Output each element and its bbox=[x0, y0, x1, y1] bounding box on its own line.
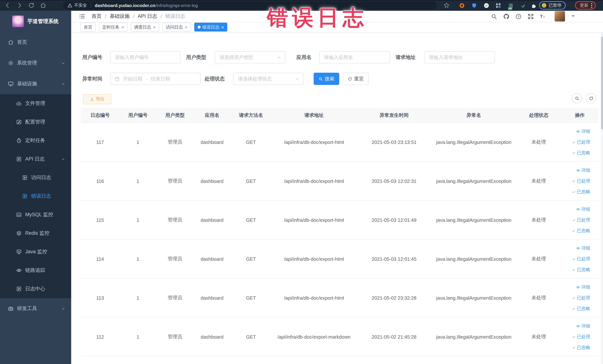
ignored-link[interactable]: 已忽略 bbox=[572, 227, 590, 234]
search-button[interactable]: 搜索 bbox=[314, 73, 339, 85]
url-domain[interactable]: dashboard.yudao.iocoder.cn bbox=[95, 3, 155, 8]
sidebar-item-home[interactable]: 首页 bbox=[0, 32, 71, 53]
close-icon[interactable]: × bbox=[221, 25, 224, 29]
processed-link[interactable]: 已处理 bbox=[572, 295, 590, 301]
tab-access-logs[interactable]: 访问日志× bbox=[162, 23, 191, 32]
export-button[interactable]: 导出 bbox=[83, 94, 111, 104]
sidebar-item-trace[interactable]: 链路追踪 bbox=[0, 261, 71, 280]
tab-home[interactable]: 首页 bbox=[81, 23, 96, 32]
user-id-input[interactable] bbox=[110, 51, 181, 63]
processed-link[interactable]: 已处理 bbox=[572, 139, 590, 145]
browser-profile-chip[interactable]: 已暂停 bbox=[539, 1, 566, 10]
processed-link[interactable]: 已处理 bbox=[572, 334, 590, 340]
cell-status: 未处理 bbox=[516, 333, 561, 340]
ignored-link[interactable]: 已忽略 bbox=[572, 267, 590, 273]
close-icon[interactable]: × bbox=[185, 25, 187, 29]
cell-app-name: dashboard bbox=[194, 256, 231, 262]
tab-scheduled-tasks[interactable]: 定时任务× bbox=[99, 23, 127, 32]
sidebar-item-redis-monitor[interactable]: Redis 监控 bbox=[0, 224, 71, 243]
reload-icon[interactable] bbox=[28, 2, 35, 9]
cell-app-name: dashboard bbox=[194, 217, 231, 223]
sidebar-item-devtools[interactable]: 研发工具 bbox=[0, 298, 71, 319]
search-icon[interactable] bbox=[491, 13, 497, 20]
bookmark-star-icon[interactable] bbox=[443, 2, 450, 9]
tab-error-logs[interactable]: 错误日志× bbox=[194, 23, 227, 32]
processed-link[interactable]: 已处理 bbox=[572, 256, 590, 262]
user-avatar[interactable] bbox=[555, 11, 565, 22]
back-icon[interactable] bbox=[4, 2, 11, 9]
ext-orange-ring-icon[interactable] bbox=[459, 2, 465, 8]
detail-link[interactable]: 详细 bbox=[576, 284, 590, 290]
cell-method: GET bbox=[231, 139, 271, 145]
processed-link[interactable]: 已处理 bbox=[572, 217, 590, 223]
url-path[interactable]: /infra/log/api-error-log bbox=[155, 3, 198, 8]
ext-stripes-icon[interactable]: on bbox=[508, 2, 514, 8]
process-status-select[interactable]: 请选择处理状态 bbox=[233, 73, 304, 85]
sidebar-logo[interactable]: 芋道管理系统 bbox=[0, 11, 71, 32]
sidebar-item-label: 访问日志 bbox=[31, 174, 51, 181]
breadcrumb-item[interactable]: 首页 bbox=[92, 13, 102, 20]
kebab-menu-icon bbox=[591, 3, 592, 8]
check-icon bbox=[572, 218, 576, 222]
sidebar-item-java-monitor[interactable]: Java 监控 bbox=[0, 243, 71, 261]
breadcrumb-item[interactable]: API 日志 bbox=[138, 13, 157, 20]
emoji-avatar-icon bbox=[541, 3, 547, 8]
sidebar-item-mysql-monitor[interactable]: MySQL 监控 bbox=[0, 205, 71, 224]
forward-icon[interactable] bbox=[16, 2, 23, 9]
detail-link[interactable]: 详细 bbox=[576, 167, 590, 173]
ext-shield-icon[interactable] bbox=[471, 2, 477, 8]
reset-button[interactable]: 重置 bbox=[343, 73, 369, 85]
close-icon[interactable]: × bbox=[121, 25, 124, 29]
scrollbar-thumb[interactable] bbox=[601, 37, 603, 129]
sidebar-item-access-logs[interactable]: 访问日志 bbox=[0, 168, 71, 187]
detail-link[interactable]: 详细 bbox=[576, 206, 590, 212]
font-size-icon[interactable]: TT bbox=[539, 13, 546, 20]
scrollbar-track[interactable] bbox=[601, 11, 603, 364]
fullscreen-icon[interactable] bbox=[528, 13, 534, 20]
sidebar-item-scheduled-tasks[interactable]: 定时任务 bbox=[0, 131, 71, 150]
detail-link[interactable]: 详细 bbox=[576, 323, 590, 329]
help-icon[interactable]: ? bbox=[515, 13, 522, 20]
ignored-link[interactable]: 已忽略 bbox=[572, 344, 590, 351]
tab-schedule-logs[interactable]: 调度日志× bbox=[131, 23, 159, 32]
breadcrumb-item[interactable]: 基础设施 bbox=[110, 13, 130, 20]
ext-green-check-icon[interactable] bbox=[483, 2, 489, 8]
detail-link[interactable]: 详细 bbox=[576, 245, 590, 251]
ignored-link[interactable]: 已忽略 bbox=[572, 305, 590, 312]
check-icon bbox=[572, 229, 576, 233]
security-label[interactable]: 不安全 bbox=[74, 3, 87, 8]
app-name-input[interactable] bbox=[319, 51, 390, 63]
ignored-link[interactable]: 已忽略 bbox=[572, 150, 590, 156]
ignored-link[interactable]: 已忽略 bbox=[572, 188, 590, 195]
close-icon[interactable]: × bbox=[153, 25, 156, 29]
sidebar-item-api-logs[interactable]: API 日志 bbox=[0, 150, 71, 168]
ext-puzzle-icon[interactable] bbox=[531, 2, 537, 8]
sidebar-item-infrastructure[interactable]: 基础设施 bbox=[0, 73, 71, 94]
cell-status: 未处理 bbox=[516, 178, 561, 184]
sidebar-item-file-management[interactable]: 文件管理 bbox=[0, 94, 71, 113]
sidebar-item-log-center[interactable]: 日志中心 bbox=[0, 280, 71, 298]
sidebar-item-config-management[interactable]: 配置管理 bbox=[0, 113, 71, 131]
refresh-button[interactable] bbox=[586, 93, 596, 104]
address-bar[interactable]: 不安全 dashboard.yudao.iocoder.cn/infra/log… bbox=[63, 1, 437, 9]
date-range-picker[interactable]: 开始日期 - 结束日期 bbox=[110, 73, 201, 85]
column-header: 请求方法名 bbox=[231, 112, 271, 118]
avatar-caret-icon[interactable] bbox=[572, 15, 575, 17]
github-icon[interactable] bbox=[503, 13, 509, 20]
tab-label: 调度日志 bbox=[134, 24, 151, 30]
home-icon-browser[interactable] bbox=[40, 2, 46, 9]
sidebar-toggle-icon[interactable] bbox=[79, 13, 85, 20]
processed-link[interactable]: 已处理 bbox=[572, 178, 590, 184]
cell-user-type: 管理员 bbox=[156, 217, 194, 223]
ext-grid-icon[interactable] bbox=[495, 2, 501, 8]
user-type-select[interactable]: 请选择用户类型 bbox=[215, 51, 285, 63]
sidebar-item-error-logs[interactable]: 错误日志 bbox=[0, 187, 71, 205]
ext-sprout-icon[interactable] bbox=[520, 2, 526, 8]
sidebar-item-system-management[interactable]: 系统管理 bbox=[0, 53, 71, 73]
request-url-input[interactable] bbox=[424, 51, 495, 63]
detail-link[interactable]: 详细 bbox=[576, 128, 590, 134]
browser-update-menu[interactable]: 更新 bbox=[575, 1, 596, 10]
toggle-search-button[interactable] bbox=[572, 93, 582, 104]
cell-app-name: dashboard bbox=[194, 178, 231, 184]
error-log-table: 日志编号用户编号用户类型应用名请求方法名请求地址异常发生时间异常名处理状态操作 … bbox=[81, 108, 598, 356]
